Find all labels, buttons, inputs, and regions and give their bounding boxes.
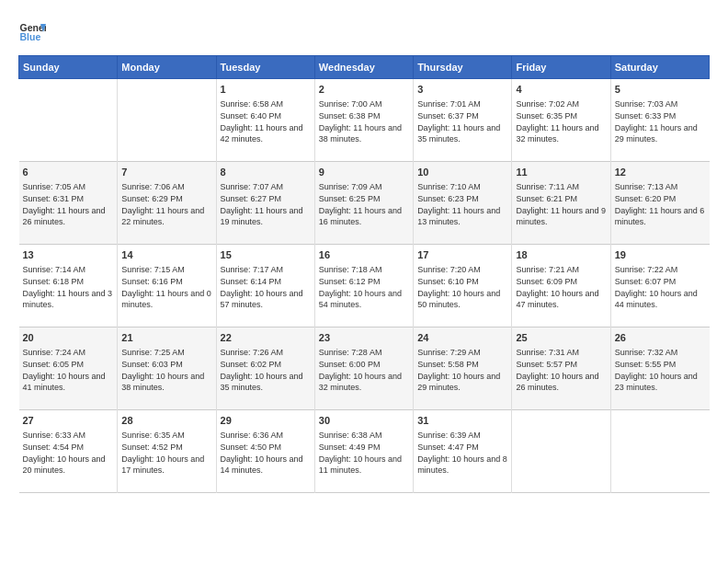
calendar-week-row: 6Sunrise: 7:05 AM Sunset: 6:31 PM Daylig…: [19, 162, 710, 245]
calendar-week-row: 27Sunrise: 6:33 AM Sunset: 4:54 PM Dayli…: [19, 410, 710, 493]
day-number: 14: [121, 248, 211, 262]
day-info: Sunrise: 6:39 AM Sunset: 4:47 PM Dayligh…: [417, 430, 507, 476]
day-number: 20: [23, 331, 114, 345]
day-info: Sunrise: 6:38 AM Sunset: 4:49 PM Dayligh…: [319, 430, 409, 476]
day-number: 23: [319, 331, 409, 345]
calendar-table: SundayMondayTuesdayWednesdayThursdayFrid…: [18, 55, 710, 493]
weekday-header-thursday: Thursday: [414, 56, 512, 79]
calendar-cell: 7Sunrise: 7:06 AM Sunset: 6:29 PM Daylig…: [118, 162, 216, 245]
day-number: 10: [417, 166, 507, 179]
calendar-cell: 20Sunrise: 7:24 AM Sunset: 6:05 PM Dayli…: [19, 327, 118, 410]
weekday-header-monday: Monday: [118, 56, 216, 79]
day-info: Sunrise: 7:21 AM Sunset: 6:09 PM Dayligh…: [516, 264, 606, 310]
calendar-cell: 15Sunrise: 7:17 AM Sunset: 6:14 PM Dayli…: [216, 245, 314, 327]
calendar-cell: 21Sunrise: 7:25 AM Sunset: 6:03 PM Dayli…: [118, 327, 216, 410]
day-number: 6: [23, 166, 114, 179]
calendar-cell: 11Sunrise: 7:11 AM Sunset: 6:21 PM Dayli…: [512, 162, 610, 245]
day-info: Sunrise: 7:10 AM Sunset: 6:23 PM Dayligh…: [417, 181, 507, 227]
day-number: 30: [319, 414, 409, 428]
calendar-cell: 12Sunrise: 7:13 AM Sunset: 6:20 PM Dayli…: [610, 162, 709, 245]
calendar-cell: [512, 410, 610, 493]
day-number: 13: [23, 248, 114, 262]
day-info: Sunrise: 7:17 AM Sunset: 6:14 PM Dayligh…: [221, 264, 311, 310]
calendar-cell: 18Sunrise: 7:21 AM Sunset: 6:09 PM Dayli…: [512, 245, 610, 327]
calendar-header-row: SundayMondayTuesdayWednesdayThursdayFrid…: [19, 56, 710, 79]
calendar-cell: 5Sunrise: 7:03 AM Sunset: 6:33 PM Daylig…: [610, 79, 709, 162]
calendar-cell: 10Sunrise: 7:10 AM Sunset: 6:23 PM Dayli…: [414, 162, 512, 245]
svg-text:Blue: Blue: [20, 31, 41, 42]
day-number: 21: [121, 331, 211, 345]
day-info: Sunrise: 7:13 AM Sunset: 6:20 PM Dayligh…: [615, 181, 706, 227]
weekday-header-tuesday: Tuesday: [216, 56, 314, 79]
day-info: Sunrise: 7:09 AM Sunset: 6:25 PM Dayligh…: [319, 181, 409, 227]
day-number: 24: [417, 331, 507, 345]
day-number: 3: [417, 83, 507, 97]
calendar-cell: 9Sunrise: 7:09 AM Sunset: 6:25 PM Daylig…: [314, 162, 413, 245]
calendar-body: 1Sunrise: 6:58 AM Sunset: 6:40 PM Daylig…: [19, 79, 710, 493]
day-number: 12: [615, 166, 706, 179]
day-number: 28: [121, 414, 211, 428]
calendar-cell: 28Sunrise: 6:35 AM Sunset: 4:52 PM Dayli…: [118, 410, 216, 493]
calendar-cell: 1Sunrise: 6:58 AM Sunset: 6:40 PM Daylig…: [216, 79, 314, 162]
day-info: Sunrise: 6:58 AM Sunset: 6:40 PM Dayligh…: [221, 98, 311, 144]
day-number: 27: [23, 414, 114, 428]
calendar-week-row: 20Sunrise: 7:24 AM Sunset: 6:05 PM Dayli…: [19, 327, 710, 410]
calendar-cell: 8Sunrise: 7:07 AM Sunset: 6:27 PM Daylig…: [216, 162, 314, 245]
day-number: 26: [615, 331, 706, 345]
day-number: 22: [221, 331, 311, 345]
day-info: Sunrise: 7:32 AM Sunset: 5:55 PM Dayligh…: [615, 347, 706, 393]
day-number: 16: [319, 248, 409, 262]
day-number: 5: [615, 83, 706, 97]
logo-icon: General Blue: [18, 18, 46, 46]
calendar-week-row: 13Sunrise: 7:14 AM Sunset: 6:18 PM Dayli…: [19, 245, 710, 327]
day-info: Sunrise: 7:31 AM Sunset: 5:57 PM Dayligh…: [516, 347, 606, 393]
calendar-cell: 27Sunrise: 6:33 AM Sunset: 4:54 PM Dayli…: [19, 410, 118, 493]
day-info: Sunrise: 7:24 AM Sunset: 6:05 PM Dayligh…: [23, 347, 114, 393]
calendar-cell: 16Sunrise: 7:18 AM Sunset: 6:12 PM Dayli…: [314, 245, 413, 327]
day-info: Sunrise: 6:35 AM Sunset: 4:52 PM Dayligh…: [121, 430, 211, 476]
day-number: 9: [319, 166, 409, 179]
day-info: Sunrise: 7:01 AM Sunset: 6:37 PM Dayligh…: [417, 98, 507, 144]
day-info: Sunrise: 7:15 AM Sunset: 6:16 PM Dayligh…: [121, 264, 211, 310]
calendar-cell: 23Sunrise: 7:28 AM Sunset: 6:00 PM Dayli…: [314, 327, 413, 410]
day-number: 31: [417, 414, 507, 428]
calendar-cell: 26Sunrise: 7:32 AM Sunset: 5:55 PM Dayli…: [610, 327, 709, 410]
day-info: Sunrise: 7:25 AM Sunset: 6:03 PM Dayligh…: [121, 347, 211, 393]
day-number: 19: [615, 248, 706, 262]
calendar-cell: 30Sunrise: 6:38 AM Sunset: 4:49 PM Dayli…: [314, 410, 413, 493]
logo: General Blue: [18, 18, 46, 46]
calendar-cell: [610, 410, 709, 493]
day-info: Sunrise: 7:11 AM Sunset: 6:21 PM Dayligh…: [516, 181, 606, 227]
day-info: Sunrise: 7:14 AM Sunset: 6:18 PM Dayligh…: [23, 264, 114, 310]
calendar-cell: 25Sunrise: 7:31 AM Sunset: 5:57 PM Dayli…: [512, 327, 610, 410]
calendar-cell: 6Sunrise: 7:05 AM Sunset: 6:31 PM Daylig…: [19, 162, 118, 245]
calendar-cell: 2Sunrise: 7:00 AM Sunset: 6:38 PM Daylig…: [314, 79, 413, 162]
day-info: Sunrise: 7:28 AM Sunset: 6:00 PM Dayligh…: [319, 347, 409, 393]
day-number: 4: [516, 83, 606, 97]
calendar-cell: 17Sunrise: 7:20 AM Sunset: 6:10 PM Dayli…: [414, 245, 512, 327]
day-number: 8: [221, 166, 311, 179]
day-info: Sunrise: 7:20 AM Sunset: 6:10 PM Dayligh…: [417, 264, 507, 310]
day-info: Sunrise: 7:22 AM Sunset: 6:07 PM Dayligh…: [615, 264, 706, 310]
day-info: Sunrise: 7:18 AM Sunset: 6:12 PM Dayligh…: [319, 264, 409, 310]
day-info: Sunrise: 7:06 AM Sunset: 6:29 PM Dayligh…: [121, 181, 211, 227]
calendar-week-row: 1Sunrise: 6:58 AM Sunset: 6:40 PM Daylig…: [19, 79, 710, 162]
day-info: Sunrise: 6:33 AM Sunset: 4:54 PM Dayligh…: [23, 430, 114, 476]
calendar-cell: 3Sunrise: 7:01 AM Sunset: 6:37 PM Daylig…: [414, 79, 512, 162]
calendar-cell: 24Sunrise: 7:29 AM Sunset: 5:58 PM Dayli…: [414, 327, 512, 410]
day-info: Sunrise: 7:26 AM Sunset: 6:02 PM Dayligh…: [221, 347, 311, 393]
day-number: 1: [221, 83, 311, 97]
weekday-header-sunday: Sunday: [19, 56, 118, 79]
day-info: Sunrise: 7:05 AM Sunset: 6:31 PM Dayligh…: [23, 181, 114, 227]
day-number: 2: [319, 83, 409, 97]
weekday-header-friday: Friday: [512, 56, 610, 79]
calendar-cell: 22Sunrise: 7:26 AM Sunset: 6:02 PM Dayli…: [216, 327, 314, 410]
calendar-cell: 19Sunrise: 7:22 AM Sunset: 6:07 PM Dayli…: [610, 245, 709, 327]
day-info: Sunrise: 7:03 AM Sunset: 6:33 PM Dayligh…: [615, 98, 706, 144]
day-number: 18: [516, 248, 606, 262]
day-info: Sunrise: 7:29 AM Sunset: 5:58 PM Dayligh…: [417, 347, 507, 393]
day-info: Sunrise: 7:00 AM Sunset: 6:38 PM Dayligh…: [319, 98, 409, 144]
calendar-cell: [19, 79, 118, 162]
calendar-cell: [118, 79, 216, 162]
page-header: General Blue: [18, 18, 710, 46]
